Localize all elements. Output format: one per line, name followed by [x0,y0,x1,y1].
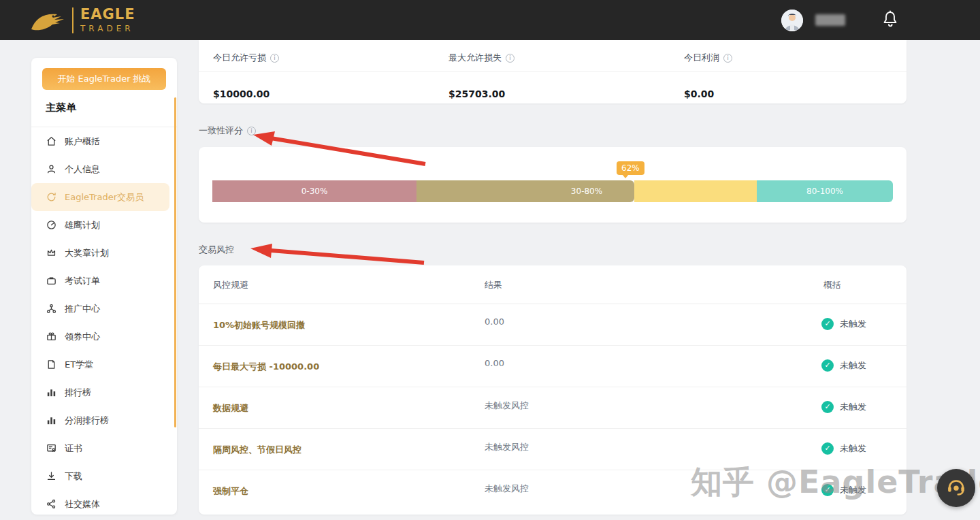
info-icon[interactable] [506,54,514,63]
sidebar-menu-item[interactable]: 考试订单 [31,267,177,295]
sidebar-item-label: 排行榜 [65,387,91,399]
sidebar-item-label: 分润排行榜 [65,415,109,427]
risk-rule-result: 未触发风控 [485,441,529,453]
sidebar-item-label: 考试订单 [65,275,100,287]
sidebar-item-label: 社交媒体 [65,498,100,510]
risk-title-text: 交易风控 [199,244,234,256]
menu-section-title: 主菜单 [46,101,177,114]
risk-rule-result: 0.00 [485,316,504,327]
risk-rule-status: 未触发 [821,359,866,372]
table-row: 隔周风控、节假日风控 未触发风控 未触发 [199,429,906,470]
table-row: 每日最大亏损 -10000.00 0.00 未触发 [199,346,906,387]
risk-rule-result: 0.00 [485,358,504,368]
risk-rule-name: 每日最大亏损 -10000.00 [213,361,319,373]
info-icon[interactable] [247,127,256,135]
score-bar-segment [416,180,634,202]
risk-rule-status: 未触发 [821,401,866,413]
column-header-rule: 风控规避 [213,279,248,291]
check-icon [821,442,834,455]
risk-table-body: 10%初始账号规模回撤 0.00 未触发 每日最大亏损 -10000.00 0.… [199,304,906,512]
sync-icon [46,191,57,203]
sidebar-menu-item[interactable]: 排行榜 [31,378,177,406]
sidebar-menu-item[interactable]: 个人信息 [31,155,177,183]
stats-divider [199,71,906,72]
table-row: 强制平仓 未触发风控 未触发 [199,470,906,512]
sidebar-menu-item[interactable]: 领券中心 [31,323,177,351]
consistency-score-card: 0-30%30-80%80-100% 62% [199,147,906,223]
column-header-summary: 概括 [823,279,841,291]
column-header-result: 结果 [485,279,502,291]
sidebar-scrollbar[interactable] [174,97,176,427]
sidebar-menu: 账户概括 个人信息 EagleTrader交易员 雄鹰计划 大奖章计划 [31,127,177,518]
top-header: EAGLE TRADER [0,0,980,40]
risk-control-table: 风控规避 结果 概括 10%初始账号规模回撤 0.00 未触发 每日最大亏损 -… [199,265,906,515]
support-chat-button[interactable] [937,469,975,507]
status-label: 未触发 [840,401,866,413]
certificate-icon [46,442,57,454]
sidebar-menu-item[interactable]: 分润排行榜 [31,406,177,434]
stat-label-row: 最大允许损失 [434,40,670,67]
user-avatar[interactable] [781,10,803,31]
sidebar-item-label: 大奖章计划 [65,247,109,259]
sidebar-item-label: EagleTrader交易员 [65,191,144,204]
info-icon[interactable] [270,54,279,63]
share-icon [46,498,57,510]
consistency-title-text: 一致性评分 [199,125,243,137]
stat-label-row: 今日利润 [670,40,905,67]
status-label: 未触发 [840,484,866,496]
chart-icon [46,415,57,426]
sidebar-menu-item[interactable]: 推广中心 [31,295,177,323]
stat-label-row: 今日允许亏损 [199,40,434,67]
risk-rule-status: 未触发 [821,484,866,496]
sidebar-item-label: 账户概括 [65,135,100,148]
risk-rule-name: 数据规避 [213,402,248,415]
stat-label: 今日允许亏损 [213,52,266,64]
score-bar-segment [757,180,893,202]
sidebar: 开始 EagleTrader 挑战 主菜单 账户概括 个人信息 EagleTra… [31,58,177,515]
score-value-badge: 62% [617,161,644,175]
sidebar-item-label: 证书 [65,442,82,455]
sidebar-menu-item[interactable]: 大奖章计划 [31,239,177,267]
start-challenge-button[interactable]: 开始 EagleTrader 挑战 [42,68,166,90]
logo-separator [72,7,74,33]
sidebar-item-label: 下载 [65,470,82,483]
sidebar-menu-item[interactable]: 账户概括 [31,127,177,155]
consistency-score-bar: 0-30%30-80%80-100% 62% [212,180,893,202]
notification-bell-icon[interactable] [882,10,898,31]
check-icon [821,484,834,496]
chart-icon [46,387,57,398]
check-icon [821,318,834,330]
gift-icon [46,331,57,342]
score-bar-segment [212,180,416,202]
headset-icon [945,475,968,501]
sidebar-menu-item[interactable]: EagleTrader交易员 [31,183,169,211]
sidebar-menu-item[interactable]: 社交媒体 [31,490,177,518]
brand-logo[interactable]: EAGLE TRADER [30,7,135,33]
stat-value-cell: $25703.00 [434,76,670,103]
sidebar-menu-item[interactable]: 下载 [31,462,177,490]
risk-rule-status: 未触发 [821,318,866,330]
gauge-icon [46,219,57,231]
risk-section-title: 交易风控 [199,244,234,256]
network-icon [46,303,57,314]
stat-label: 最大允许损失 [448,52,502,64]
stat-value: $25703.00 [434,76,670,99]
sidebar-item-label: 推广中心 [65,303,100,315]
sidebar-menu-item[interactable]: 雄鹰计划 [31,211,177,239]
risk-table-header: 风控规避 结果 概括 [199,265,906,304]
info-icon[interactable] [723,54,732,63]
stat-value: $0.00 [670,76,905,99]
table-row: 数据规避 未触发风控 未触发 [199,387,906,429]
sidebar-item-label: 个人信息 [65,163,100,176]
sidebar-menu-item[interactable]: ET学堂 [31,351,177,378]
user-icon [46,163,57,175]
stat-label: 今日利润 [684,52,719,64]
sidebar-item-label: 雄鹰计划 [65,219,100,231]
brand-text: EAGLE TRADER [80,7,135,33]
medal-icon [46,247,57,259]
sidebar-menu-item[interactable]: 证书 [31,434,177,462]
risk-rule-name: 隔周风控、节假日风控 [213,444,301,456]
risk-rule-status: 未触发 [821,442,866,455]
risk-rule-result: 未触发风控 [485,400,529,412]
stat-column: 最大允许损失 [434,40,670,71]
